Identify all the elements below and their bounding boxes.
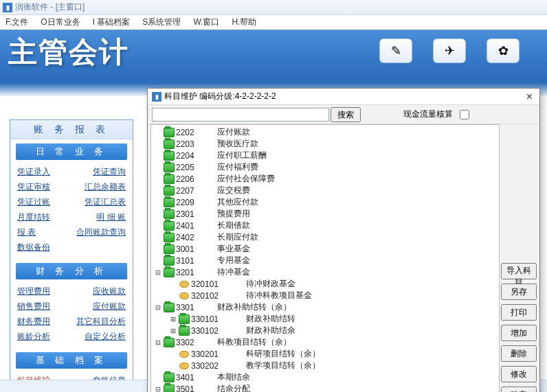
tree-row[interactable]: ⊞330101财政补助结转 bbox=[154, 313, 499, 325]
sidebar-link[interactable]: 报 表 bbox=[17, 227, 36, 238]
tree-row[interactable]: ·2206应付社会保障费 bbox=[154, 173, 499, 185]
sidebar-link[interactable]: 应收账款 bbox=[93, 286, 126, 297]
expand-icon[interactable]: ⊞ bbox=[169, 314, 177, 324]
subject-code: 3301 bbox=[176, 303, 217, 312]
import-button[interactable]: 导入科目 bbox=[501, 263, 537, 279]
collapse-icon[interactable]: ⊟ bbox=[154, 303, 162, 312]
tree-row[interactable]: ⊞330102财政补助结余 bbox=[154, 325, 499, 336]
menu-help[interactable]: H.帮助 bbox=[232, 16, 256, 28]
sidebar-link[interactable]: 月度结转 bbox=[17, 211, 50, 223]
tree-row[interactable]: ·320102待冲科教项目基金 bbox=[154, 290, 499, 301]
sidebar: 账 务 报 表 日 常 业 务 凭证录入凭证查询凭证审核汇总余额表凭证过账凭证汇… bbox=[10, 119, 133, 392]
sidebar-link[interactable]: 账龄分析 bbox=[17, 331, 50, 343]
sidebar-link[interactable]: 应付账款 bbox=[93, 301, 126, 312]
sidebar-link[interactable]: 自定义分析 bbox=[85, 331, 126, 343]
add-button[interactable]: 增加 bbox=[501, 325, 537, 341]
tree-row[interactable]: ·3001事业基金 bbox=[154, 243, 499, 255]
cash-flow-checkbox[interactable] bbox=[460, 110, 469, 119]
sidebar-link[interactable]: 凭证查询 bbox=[93, 166, 126, 178]
tree-row[interactable]: ·330202教学项目结转（余） bbox=[154, 360, 499, 371]
folder-icon bbox=[164, 373, 175, 382]
menu-window[interactable]: W.窗口 bbox=[193, 16, 219, 28]
subject-code: 3001 bbox=[176, 244, 217, 254]
saveas-button[interactable]: 另存 bbox=[501, 284, 537, 300]
tree-row[interactable]: ·3101专用基金 bbox=[154, 255, 499, 266]
banner-btn-1[interactable]: ✎ bbox=[379, 38, 412, 63]
collapse-icon[interactable]: ⊟ bbox=[154, 384, 162, 393]
section-base-head[interactable]: 基 础 档 案 bbox=[16, 352, 127, 369]
menu-file[interactable]: F.文件 bbox=[5, 16, 28, 28]
tree-row[interactable]: ·2203预收医疗款 bbox=[154, 138, 499, 150]
tree-row[interactable]: ·2401长期借款 bbox=[154, 220, 499, 231]
tree-row[interactable]: ·2301预提费用 bbox=[154, 208, 499, 220]
cash-flow-label: 现金流量核算 bbox=[403, 108, 453, 120]
subject-code: 330201 bbox=[191, 349, 246, 359]
banner-btn-3[interactable]: ✿ bbox=[487, 38, 520, 63]
sidebar-link[interactable]: 其它科目分析 bbox=[76, 316, 126, 327]
subject-label: 应付账款 bbox=[217, 126, 250, 138]
dialog-titlebar: ▮ 科目维护 编码分级:4-2-2-2-2-2 × bbox=[148, 89, 539, 105]
subject-code: 3501 bbox=[176, 384, 217, 393]
subject-label: 应交税费 bbox=[217, 185, 250, 196]
subject-code: 320102 bbox=[191, 291, 246, 301]
collapse-icon[interactable]: ⊟ bbox=[154, 338, 162, 347]
search-button[interactable]: 搜索 bbox=[331, 107, 361, 122]
tree-row[interactable]: ·3401本期结余 bbox=[154, 371, 499, 383]
folder-icon bbox=[164, 186, 175, 196]
sidebar-title: 账 务 报 表 bbox=[10, 120, 133, 139]
subject-code: 2209 bbox=[176, 198, 217, 207]
tree-row[interactable]: ⊟3301财政补助结转（余） bbox=[154, 301, 499, 313]
folder-icon bbox=[164, 198, 175, 207]
banner-btn-2[interactable]: ✈ bbox=[433, 38, 466, 63]
dialog-title: 科目维护 编码分级:4-2-2-2-2-2 bbox=[164, 91, 276, 102]
tree-row[interactable]: ·2209其他应付款 bbox=[154, 196, 499, 208]
sidebar-link[interactable]: 数据备份 bbox=[17, 242, 50, 253]
tree-row[interactable]: ⊟3501结余分配 bbox=[154, 383, 499, 392]
sidebar-link[interactable]: 合同账款查询 bbox=[76, 227, 126, 238]
sidebar-link[interactable]: 销售费用 bbox=[17, 301, 50, 312]
folder-icon bbox=[164, 256, 175, 266]
ok-button[interactable]: 确定 bbox=[501, 387, 537, 392]
tree-row[interactable]: ·2402长期应付款 bbox=[154, 231, 499, 243]
subject-code: 2204 bbox=[176, 151, 217, 161]
modify-button[interactable]: 修改 bbox=[501, 366, 537, 382]
subject-code: 330101 bbox=[191, 314, 246, 324]
tree-row[interactable]: ·330201科研项目结转（余） bbox=[154, 348, 499, 360]
tree-row[interactable]: ·2207应交税费 bbox=[154, 185, 499, 196]
expand-icon[interactable]: ⊞ bbox=[169, 326, 177, 336]
subject-label: 财政补助结转（余） bbox=[217, 301, 291, 313]
sidebar-link[interactable]: 财务费用 bbox=[17, 316, 50, 327]
subject-tree[interactable]: ·2202应付账款·2203预收医疗款·2204应付职工薪酬·2205应付福利费… bbox=[150, 124, 500, 392]
tree-row[interactable]: ·2205应付福利费 bbox=[154, 161, 499, 173]
delete-button[interactable]: 删除 bbox=[501, 345, 537, 362]
sidebar-link[interactable]: 凭证过账 bbox=[17, 196, 50, 208]
tree-row[interactable]: ⊟3201待冲基金 bbox=[154, 266, 499, 278]
sidebar-link[interactable]: 凭证审核 bbox=[17, 181, 50, 193]
sidebar-link[interactable]: 凭证录入 bbox=[17, 166, 50, 178]
tree-row[interactable]: ⊟3302科教项目结转（余） bbox=[154, 336, 499, 348]
search-input[interactable] bbox=[152, 108, 329, 122]
sidebar-link[interactable]: 管理费用 bbox=[17, 286, 50, 297]
subject-label: 预提费用 bbox=[217, 208, 250, 220]
workspace: 主管会计 ✎ ✈ ✿ 账 务 报 表 日 常 业 务 凭证录入凭证查询凭证审核汇… bbox=[0, 30, 547, 392]
close-icon[interactable]: × bbox=[524, 91, 535, 102]
leaf-icon bbox=[179, 362, 189, 369]
menu-daily[interactable]: O日常业务 bbox=[41, 16, 80, 28]
sidebar-link[interactable]: 明 细 账 bbox=[96, 211, 126, 223]
section-daily-head[interactable]: 日 常 业 务 bbox=[16, 143, 127, 160]
folder-icon bbox=[164, 233, 175, 242]
folder-icon bbox=[164, 151, 175, 161]
tree-row[interactable]: ·2204应付职工薪酬 bbox=[154, 150, 499, 161]
sidebar-link[interactable]: 凭证汇总表 bbox=[85, 196, 126, 208]
menu-sys[interactable]: S系统管理 bbox=[142, 16, 181, 28]
tree-row[interactable]: ·2202应付账款 bbox=[154, 126, 499, 138]
subject-code: 2202 bbox=[176, 128, 217, 137]
menu-base[interactable]: I 基础档案 bbox=[93, 16, 131, 28]
subject-label: 财政补助结转 bbox=[246, 313, 295, 325]
print-button[interactable]: 打印 bbox=[501, 304, 537, 321]
section-fin-head[interactable]: 财 务 分 析 bbox=[16, 263, 127, 279]
tree-row[interactable]: ·320101待冲财政基金 bbox=[154, 278, 499, 290]
collapse-icon[interactable]: ⊟ bbox=[154, 268, 162, 277]
subject-label: 预收医疗款 bbox=[217, 138, 258, 150]
sidebar-link[interactable]: 汇总余额表 bbox=[85, 181, 126, 193]
